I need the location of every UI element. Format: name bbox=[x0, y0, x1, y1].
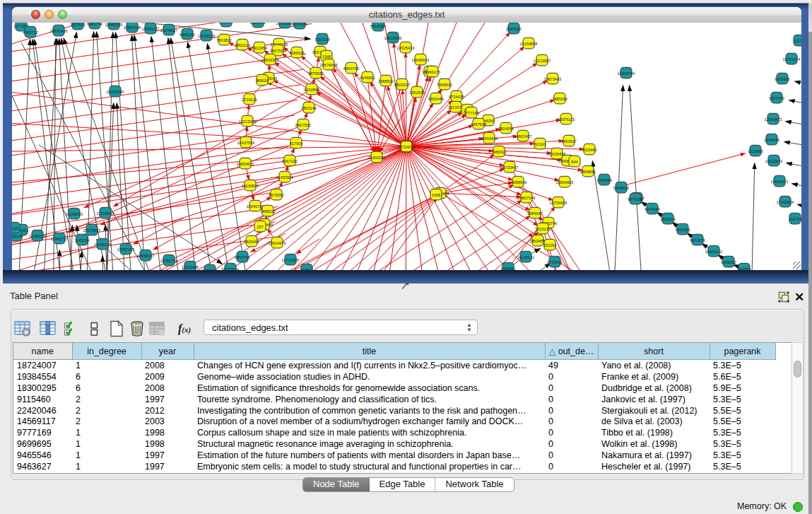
svg-text:16914479: 16914479 bbox=[269, 241, 286, 245]
svg-text:9827503: 9827503 bbox=[270, 49, 286, 53]
svg-text:9899695: 9899695 bbox=[580, 170, 596, 174]
svg-text:9860124: 9860124 bbox=[235, 43, 250, 47]
svg-text:9227343: 9227343 bbox=[769, 96, 784, 100]
svg-text:2087682: 2087682 bbox=[506, 27, 522, 31]
svg-text:8454749: 8454749 bbox=[343, 66, 359, 71]
svg-text:3498222: 3498222 bbox=[260, 209, 276, 214]
svg-text:4055712: 4055712 bbox=[23, 30, 38, 35]
svg-text:8267110: 8267110 bbox=[282, 159, 297, 163]
svg-text:12975115: 12975115 bbox=[558, 117, 575, 122]
svg-text:6990443: 6990443 bbox=[428, 97, 444, 101]
svg-text:18807249: 18807249 bbox=[518, 196, 536, 200]
svg-text:8912954: 8912954 bbox=[252, 46, 267, 50]
svg-text:8186328: 8186328 bbox=[289, 51, 305, 55]
svg-text:16055289: 16055289 bbox=[105, 23, 123, 27]
svg-text:9777169: 9777169 bbox=[464, 111, 479, 115]
svg-text:6466160: 6466160 bbox=[180, 33, 195, 37]
svg-text:18724007: 18724007 bbox=[398, 145, 416, 149]
svg-text:9474444: 9474444 bbox=[645, 207, 660, 211]
svg-text:6879197: 6879197 bbox=[628, 197, 643, 201]
svg-text:19166825: 19166825 bbox=[242, 184, 259, 188]
svg-text:9015: 9015 bbox=[12, 226, 18, 230]
svg-text:7625402: 7625402 bbox=[244, 240, 259, 244]
svg-text:9329966: 9329966 bbox=[775, 77, 790, 81]
svg-text:2803144: 2803144 bbox=[301, 106, 317, 110]
svg-text:17359924: 17359924 bbox=[97, 211, 114, 216]
svg-text:6996175: 6996175 bbox=[425, 70, 440, 74]
svg-text:944556: 944556 bbox=[738, 267, 751, 271]
svg-text:16107554: 16107554 bbox=[237, 141, 255, 145]
svg-text:11156829: 11156829 bbox=[29, 234, 46, 238]
svg-text:10654112: 10654112 bbox=[705, 250, 722, 254]
svg-text:6497508: 6497508 bbox=[471, 122, 486, 127]
svg-text:9657791b: 9657791b bbox=[222, 267, 240, 271]
svg-text:9242848: 9242848 bbox=[304, 88, 319, 92]
svg-text:1938: 1938 bbox=[432, 193, 440, 197]
svg-text:7955812: 7955812 bbox=[437, 83, 452, 87]
svg-text:2935114: 2935114 bbox=[660, 217, 675, 221]
svg-text:17016504: 17016504 bbox=[777, 200, 794, 204]
svg-text:844: 844 bbox=[571, 160, 577, 164]
svg-text:9084067: 9084067 bbox=[527, 211, 543, 216]
svg-text:3215955: 3215955 bbox=[748, 149, 763, 153]
svg-text:8427552: 8427552 bbox=[295, 123, 311, 127]
svg-text:26206533: 26206533 bbox=[66, 212, 83, 216]
svg-text:1093244: 1093244 bbox=[202, 269, 218, 271]
svg-text:12213987: 12213987 bbox=[534, 59, 551, 63]
svg-text:2101871: 2101871 bbox=[250, 23, 266, 25]
svg-text:9463627: 9463627 bbox=[561, 139, 577, 144]
svg-text:252254: 252254 bbox=[543, 243, 557, 247]
svg-text:391149: 391149 bbox=[12, 234, 23, 238]
svg-text:16033809: 16033809 bbox=[276, 23, 294, 25]
svg-text:1588520: 1588520 bbox=[378, 79, 394, 83]
svg-text:8471676: 8471676 bbox=[690, 238, 705, 243]
svg-text:16543362: 16543362 bbox=[261, 58, 279, 62]
svg-text:10688609: 10688609 bbox=[510, 180, 527, 185]
svg-text:11923448: 11923448 bbox=[182, 265, 199, 269]
svg-text:10719155: 10719155 bbox=[198, 34, 216, 38]
svg-text:7663822: 7663822 bbox=[216, 38, 232, 42]
svg-text:16210643: 16210643 bbox=[765, 159, 783, 163]
svg-text:25300283: 25300283 bbox=[368, 156, 386, 160]
svg-text:10973493: 10973493 bbox=[544, 77, 562, 81]
svg-text:9115460: 9115460 bbox=[582, 148, 596, 152]
svg-text:1362615: 1362615 bbox=[409, 90, 425, 95]
svg-text:1546: 1546 bbox=[322, 54, 331, 59]
svg-text:417004: 417004 bbox=[290, 141, 303, 146]
svg-text:15692971: 15692971 bbox=[771, 180, 789, 184]
svg-text:7357224: 7357224 bbox=[314, 37, 330, 42]
svg-text:2718126: 2718126 bbox=[242, 98, 257, 102]
svg-text:9245652: 9245652 bbox=[721, 260, 736, 264]
svg-text:13325419: 13325419 bbox=[397, 46, 415, 50]
svg-text:19756928: 19756928 bbox=[550, 201, 567, 205]
svg-text:11353504: 11353504 bbox=[276, 175, 293, 180]
svg-text:8813054: 8813054 bbox=[370, 24, 386, 28]
svg-text:10046786: 10046786 bbox=[247, 204, 264, 209]
svg-text:11172: 11172 bbox=[794, 39, 801, 43]
svg-text:15640910: 15640910 bbox=[412, 58, 430, 62]
svg-text:14136141: 14136141 bbox=[517, 255, 535, 259]
svg-text:20364436: 20364436 bbox=[481, 136, 498, 141]
svg-text:1640954: 1640954 bbox=[596, 178, 612, 182]
svg-text:19218506: 19218506 bbox=[384, 36, 402, 40]
svg-text:1537605: 1537605 bbox=[70, 23, 86, 27]
svg-text:7485063: 7485063 bbox=[552, 97, 567, 101]
svg-text:16154808: 16154808 bbox=[520, 42, 538, 46]
svg-text:157: 157 bbox=[257, 225, 263, 229]
svg-text:12942737: 12942737 bbox=[51, 237, 69, 241]
svg-text:964521: 964521 bbox=[300, 268, 314, 271]
svg-text:1603380: 1603380 bbox=[292, 23, 307, 26]
svg-text:15751074: 15751074 bbox=[783, 57, 801, 62]
svg-text:9657791: 9657791 bbox=[235, 255, 250, 259]
svg-text:10958107: 10958107 bbox=[137, 254, 155, 258]
svg-text:989024: 989024 bbox=[256, 78, 269, 83]
svg-text:19654925: 19654925 bbox=[556, 180, 574, 185]
svg-text:1733426: 1733426 bbox=[547, 260, 563, 264]
svg-text:1465911: 1465911 bbox=[500, 267, 515, 271]
svg-text:20697198: 20697198 bbox=[124, 25, 141, 30]
svg-text:5875685: 5875685 bbox=[308, 71, 324, 76]
svg-text:16648784: 16648784 bbox=[618, 71, 635, 76]
svg-text:7632621: 7632621 bbox=[675, 228, 690, 232]
svg-text:1244419: 1244419 bbox=[764, 138, 779, 142]
svg-text:3824554: 3824554 bbox=[498, 127, 514, 131]
